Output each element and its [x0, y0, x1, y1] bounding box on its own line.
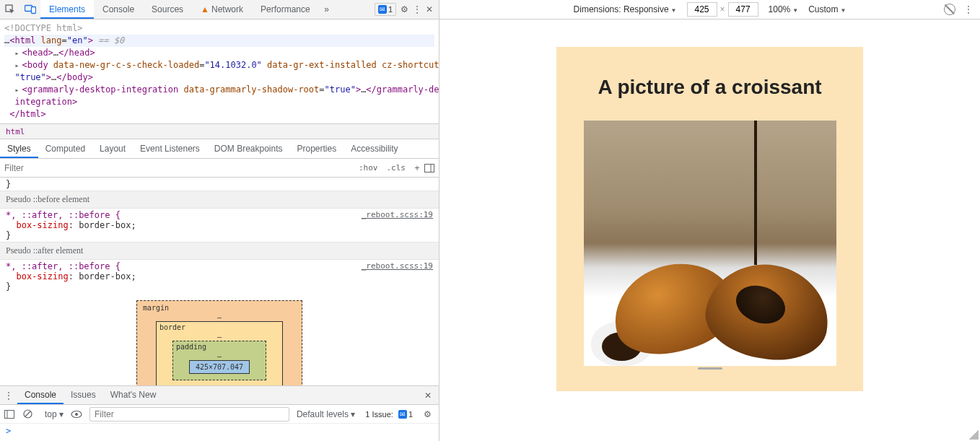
console-filter-input[interactable]: [89, 407, 289, 422]
tabs-overflow[interactable]: »: [319, 4, 335, 14]
styles-filter-input[interactable]: [0, 160, 354, 177]
tab-accessibility[interactable]: Accessibility: [344, 139, 405, 158]
rule-source-link[interactable]: _reboot.scss:19: [362, 210, 433, 219]
dom-doctype: <!DOCTYPE html>: [4, 23, 82, 33]
devtools-tabbar: Elements Console Sources ▲Network Perfor…: [0, 0, 439, 19]
new-style-rule[interactable]: +: [410, 163, 424, 173]
dim-separator: ×: [720, 4, 725, 14]
device-toggle-icon[interactable]: [20, 0, 40, 19]
preview-kebab-icon[interactable]: ⋮: [964, 4, 973, 14]
elements-tree[interactable]: <!DOCTYPE html> …<html lang="en"> == $0 …: [0, 19, 439, 123]
preview-canvas[interactable]: A picture of a croissant: [439, 19, 980, 441]
settings-icon[interactable]: ⚙: [401, 4, 408, 14]
context-selector[interactable]: top ▾: [42, 409, 66, 419]
rotate-disabled-icon[interactable]: [944, 4, 955, 15]
live-expression-icon[interactable]: [71, 410, 85, 419]
device-frame[interactable]: A picture of a croissant: [556, 47, 863, 391]
svg-rect-3: [425, 164, 434, 172]
issues-indicator[interactable]: 1 Issue: ✉1: [362, 408, 416, 421]
dimensions-selector[interactable]: Dimensions: Responsive: [574, 4, 677, 14]
tab-sources[interactable]: Sources: [143, 0, 192, 19]
tab-properties[interactable]: Properties: [290, 139, 344, 158]
devtools-panel: Elements Console Sources ▲Network Perfor…: [0, 0, 439, 441]
preview-toolbar: Dimensions: Responsive × 100% Custom ⋮: [439, 0, 980, 19]
tab-console[interactable]: Console: [94, 0, 143, 19]
styles-pane[interactable]: } Pseudo ::before element _reboot.scss:1…: [0, 178, 439, 385]
svg-rect-5: [5, 410, 14, 418]
svg-rect-2: [32, 7, 36, 14]
issue-icon: ✉: [398, 410, 407, 419]
width-input[interactable]: [687, 2, 717, 17]
css-rule[interactable]: _reboot.scss:19 *, ::after, ::before { b…: [0, 260, 439, 293]
box-model: margin– border– padding– 425×707.047: [0, 293, 439, 385]
drawer-close-icon[interactable]: ✕: [417, 390, 439, 401]
height-input[interactable]: [728, 2, 758, 17]
rule-source-link[interactable]: _reboot.scss:19: [362, 261, 433, 271]
svg-point-10: [75, 413, 78, 416]
tab-event-listeners[interactable]: Event Listeners: [133, 139, 207, 158]
styles-tabbar: Styles Computed Layout Event Listeners D…: [0, 139, 439, 159]
styles-filter-row: :hov .cls +: [0, 159, 439, 178]
log-levels[interactable]: Default levels ▾: [294, 409, 358, 419]
messages-badge[interactable]: ✉1: [375, 3, 396, 16]
clear-console-icon[interactable]: [23, 409, 38, 419]
box-model-content: 425×707.047: [189, 360, 250, 374]
svg-line-8: [25, 411, 30, 416]
tab-computed[interactable]: Computed: [38, 139, 92, 158]
device-sidebar-icon[interactable]: [424, 164, 439, 173]
resize-grip-icon[interactable]: [968, 429, 979, 440]
hov-toggle[interactable]: :hov: [354, 163, 382, 173]
message-icon: ✉: [378, 5, 387, 14]
console-prompt[interactable]: >: [0, 424, 439, 438]
resize-handle-horizontal[interactable]: [556, 367, 863, 370]
drawer-tab-console[interactable]: Console: [17, 386, 64, 404]
rule-brace: }: [0, 178, 439, 191]
cls-toggle[interactable]: .cls: [382, 163, 411, 173]
tab-layout[interactable]: Layout: [92, 139, 133, 158]
breadcrumb[interactable]: html: [0, 123, 439, 139]
console-settings-icon[interactable]: ⚙: [420, 409, 434, 419]
drawer-tab-issues[interactable]: Issues: [64, 386, 103, 404]
warning-icon: ▲: [201, 4, 209, 14]
kebab-icon[interactable]: ⋮: [413, 4, 421, 14]
css-rule[interactable]: _reboot.scss:19 *, ::after, ::before { b…: [0, 209, 439, 242]
tab-dom-breakpoints[interactable]: DOM Breakpoints: [207, 139, 290, 158]
zoom-selector[interactable]: 100%: [769, 4, 799, 14]
console-sidebar-icon[interactable]: [4, 410, 19, 419]
drawer-tab-whatsnew[interactable]: What's New: [103, 386, 164, 404]
croissant-photo: [584, 121, 836, 366]
drawer-menu-icon[interactable]: ⋮: [0, 390, 17, 401]
page-title: A picture of a croissant: [598, 76, 821, 99]
inspect-icon[interactable]: [0, 0, 20, 19]
tab-styles[interactable]: Styles: [0, 139, 38, 158]
device-preview: Dimensions: Responsive × 100% Custom ⋮ A…: [439, 0, 980, 441]
tab-performance[interactable]: Performance: [252, 0, 319, 19]
console-drawer: ⋮ Console Issues What's New ✕ top ▾ Defa…: [0, 385, 439, 441]
pseudo-after-header: Pseudo ::after element: [0, 242, 439, 260]
tab-network[interactable]: ▲Network: [192, 0, 252, 19]
close-icon[interactable]: ✕: [426, 4, 433, 14]
throttle-selector[interactable]: Custom: [808, 4, 846, 14]
tab-elements[interactable]: Elements: [40, 0, 94, 19]
pseudo-before-header: Pseudo ::before element: [0, 191, 439, 209]
